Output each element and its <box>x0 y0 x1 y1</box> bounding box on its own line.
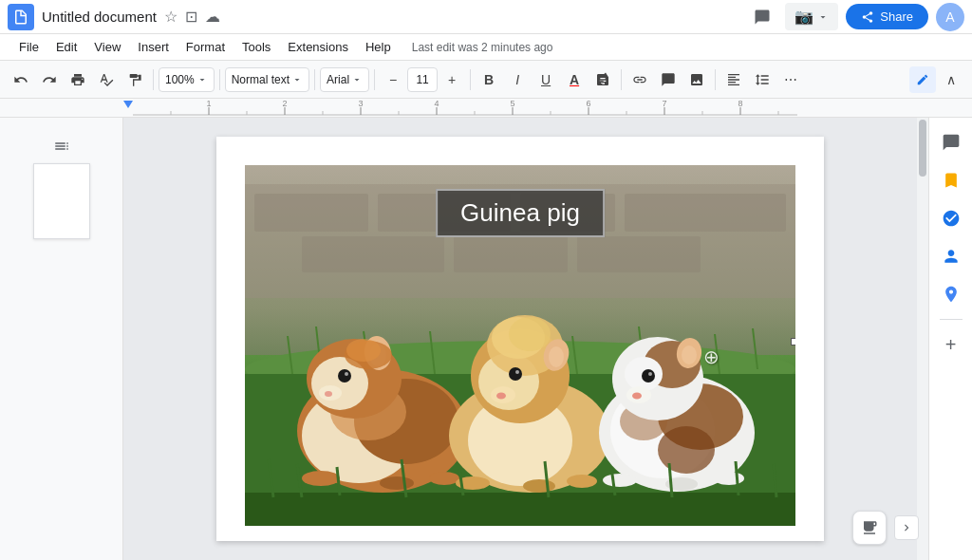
separator-7 <box>715 69 716 90</box>
svg-rect-98 <box>245 497 795 526</box>
svg-point-79 <box>567 475 597 488</box>
star-icon[interactable]: ☆ <box>162 6 179 28</box>
ruler: 1 2 3 4 5 6 7 8 <box>0 99 972 118</box>
collapse-toolbar-button[interactable]: ∧ <box>938 66 964 93</box>
image-container[interactable]: Guinea pig ⊕ <box>245 165 795 526</box>
top-right-actions: 📷 Share A <box>747 2 964 32</box>
svg-point-83 <box>658 426 715 474</box>
menu-help[interactable]: Help <box>358 37 399 57</box>
bottom-right-actions <box>852 511 919 545</box>
outline-icon[interactable] <box>45 137 79 156</box>
highlight-button[interactable] <box>589 66 616 93</box>
last-edit-text: Last edit was 2 minutes ago <box>412 41 553 54</box>
svg-text:4: 4 <box>434 99 439 108</box>
sidebar-divider <box>940 319 963 320</box>
svg-point-70 <box>509 317 551 351</box>
app-icon[interactable] <box>8 4 34 30</box>
meet-button[interactable]: 📷 <box>785 3 838 30</box>
sidebar-chat-icon[interactable] <box>934 125 968 159</box>
svg-point-56 <box>345 372 348 376</box>
doc-title: Untitled document <box>42 9 157 25</box>
right-sidebar: + <box>928 118 972 560</box>
svg-point-94 <box>603 474 637 487</box>
svg-point-74 <box>515 370 519 374</box>
suggest-edits-button[interactable] <box>909 66 936 93</box>
menu-file[interactable]: File <box>11 37 47 57</box>
increase-font-button[interactable]: + <box>439 66 465 93</box>
svg-point-63 <box>429 472 459 485</box>
separator-4 <box>374 69 375 90</box>
expand-sidebar-button[interactable] <box>894 515 919 540</box>
more-options-button[interactable]: ⋯ <box>777 66 804 93</box>
scrollbar[interactable] <box>917 118 928 560</box>
cloud-icon[interactable]: ☁ <box>203 6 222 28</box>
svg-text:8: 8 <box>738 99 742 108</box>
sidebar-contacts-icon[interactable] <box>934 239 968 273</box>
sidebar-bookmark-icon[interactable] <box>934 163 968 197</box>
undo-button[interactable] <box>8 66 34 93</box>
svg-point-76 <box>549 346 564 367</box>
svg-rect-33 <box>454 236 568 272</box>
svg-point-96 <box>714 472 744 485</box>
sidebar-tasks-icon[interactable] <box>934 201 968 235</box>
chat-button[interactable] <box>747 2 777 32</box>
doc-page: Guinea pig ⊕ <box>216 137 824 541</box>
svg-text:7: 7 <box>662 99 666 108</box>
guinea-pig-image[interactable]: Guinea pig ⊕ <box>245 165 795 526</box>
avatar[interactable]: A <box>936 3 964 31</box>
underline-button[interactable]: U <box>533 66 559 93</box>
svg-point-62 <box>380 476 414 490</box>
share-button[interactable]: Share <box>846 4 928 29</box>
sidebar-maps-icon[interactable] <box>934 277 968 311</box>
menu-format[interactable]: Format <box>178 37 233 57</box>
svg-point-55 <box>338 369 351 383</box>
italic-button[interactable]: I <box>504 66 531 93</box>
svg-point-73 <box>509 367 522 381</box>
font-dropdown[interactable]: Arial <box>320 67 369 92</box>
sidebar-add-icon[interactable]: + <box>934 327 968 362</box>
redo-button[interactable] <box>36 66 63 93</box>
svg-text:2: 2 <box>282 99 287 108</box>
style-dropdown[interactable]: Normal text <box>225 67 309 92</box>
svg-point-60 <box>346 339 381 362</box>
svg-text:1: 1 <box>206 99 211 108</box>
text-color-button[interactable]: A <box>561 66 588 93</box>
separator-2 <box>219 69 220 90</box>
image-button[interactable] <box>683 66 710 93</box>
zoom-dropdown[interactable]: 100% <box>159 67 215 92</box>
decrease-font-button[interactable]: − <box>380 66 406 93</box>
comment-button[interactable] <box>655 66 682 93</box>
link-button[interactable] <box>626 66 653 93</box>
share-label: Share <box>880 9 913 24</box>
ruler-marker <box>123 101 133 108</box>
text-overlay[interactable]: Guinea pig <box>436 189 605 237</box>
paint-format-button[interactable] <box>122 66 148 93</box>
bold-button[interactable]: B <box>476 66 502 93</box>
doc-area[interactable]: Guinea pig ⊕ <box>123 118 917 560</box>
main-area: Guinea pig ⊕ <box>0 118 972 560</box>
menu-edit[interactable]: Edit <box>48 37 84 57</box>
resize-handle-right[interactable] <box>791 338 795 345</box>
spellcheck-button[interactable] <box>93 66 120 93</box>
title-bar: Untitled document ☆ ⊡ ☁ 📷 Share A <box>0 0 972 34</box>
svg-point-91 <box>648 372 652 376</box>
menu-insert[interactable]: Insert <box>130 37 177 57</box>
menu-view[interactable]: View <box>86 37 128 57</box>
menu-tools[interactable]: Tools <box>234 37 278 57</box>
page-thumbnail[interactable] <box>33 163 90 239</box>
line-spacing-button[interactable] <box>749 66 776 93</box>
add-to-doc-button[interactable] <box>852 511 887 545</box>
svg-rect-32 <box>302 236 444 272</box>
menu-extensions[interactable]: Extensions <box>280 37 356 57</box>
align-button[interactable] <box>720 66 747 93</box>
toolbar: 100% Normal text Arial − + B I U A <box>0 61 972 99</box>
font-size-input[interactable] <box>407 67 438 92</box>
meet-icon: 📷 <box>794 8 813 26</box>
svg-point-93 <box>682 345 697 364</box>
separator-1 <box>153 69 154 90</box>
svg-point-61 <box>302 471 340 486</box>
folder-icon[interactable]: ⊡ <box>183 6 199 28</box>
svg-text:6: 6 <box>586 99 590 108</box>
print-button[interactable] <box>65 66 91 93</box>
scroll-thumb[interactable] <box>919 120 926 177</box>
